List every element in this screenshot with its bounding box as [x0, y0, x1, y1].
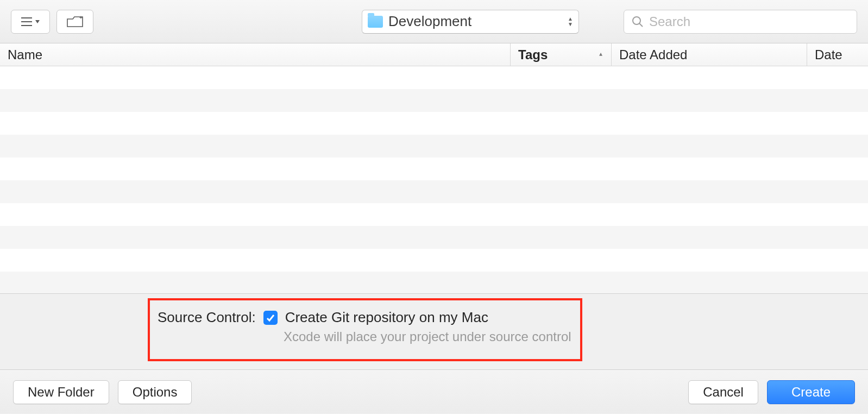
new-folder-button[interactable]: New Folder — [13, 380, 109, 404]
source-control-panel: Source Control: Create Git repository on… — [0, 293, 868, 369]
chevron-down-icon — [35, 20, 40, 23]
column-header-row: Name Tags ▼ Date Added Date — [0, 43, 868, 66]
list-row — [0, 226, 868, 249]
list-row — [0, 203, 868, 226]
toolbar: + Development ▲▼ — [0, 0, 868, 43]
svg-text:+: + — [79, 16, 83, 21]
location-label: Development — [388, 13, 562, 30]
list-row — [0, 112, 868, 135]
file-list — [0, 66, 868, 293]
updown-stepper-icon: ▲▼ — [568, 17, 573, 27]
options-button[interactable]: Options — [118, 380, 192, 404]
column-date-modified[interactable]: Date — [807, 43, 868, 66]
list-row — [0, 249, 868, 272]
folder-icon — [368, 16, 383, 28]
highlight-box — [148, 298, 582, 361]
sort-ascending-icon: ▼ — [598, 52, 603, 58]
svg-line-5 — [639, 23, 643, 27]
column-name[interactable]: Name — [0, 43, 511, 66]
cancel-button[interactable]: Cancel — [688, 380, 758, 404]
view-mode-button[interactable] — [11, 10, 50, 34]
location-popup[interactable]: Development ▲▼ — [362, 10, 579, 34]
search-field[interactable] — [624, 10, 857, 34]
dialog-footer: New Folder Options Cancel Create — [0, 369, 868, 414]
folder-plus-icon: + — [67, 16, 83, 28]
list-row — [0, 135, 868, 158]
list-row — [0, 66, 868, 89]
list-view-icon — [21, 16, 40, 27]
create-button[interactable]: Create — [767, 380, 855, 404]
list-row — [0, 180, 868, 203]
svg-point-4 — [633, 17, 640, 24]
search-input[interactable] — [649, 14, 849, 29]
list-row — [0, 272, 868, 294]
new-folder-icon-button[interactable]: + — [56, 10, 93, 34]
column-tags[interactable]: Tags ▼ — [511, 43, 612, 66]
list-row — [0, 89, 868, 112]
search-icon — [632, 16, 644, 28]
column-date-added[interactable]: Date Added — [612, 43, 807, 66]
list-row — [0, 158, 868, 180]
